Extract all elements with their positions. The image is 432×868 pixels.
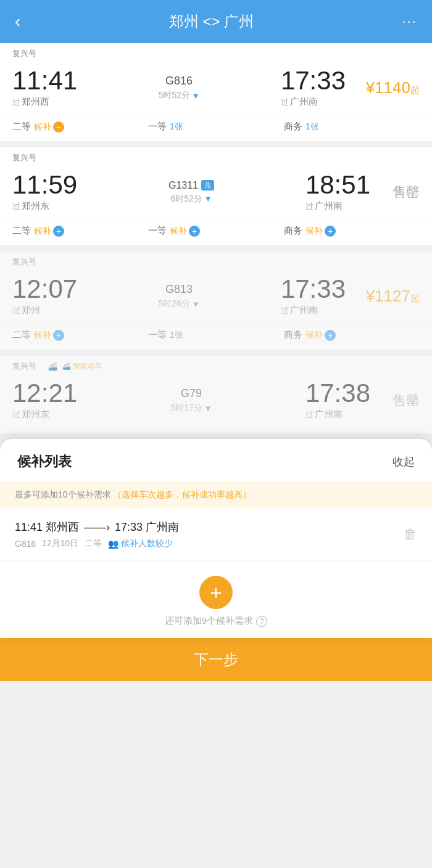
panel-collapse-button[interactable]: 收起 xyxy=(393,454,415,469)
train-list: 复兴号 11:41 过郑州西 G816 5时52分▼ 17:33 过广州南 ¥1… xyxy=(0,43,432,433)
train-tag-1: 复兴号 xyxy=(0,43,432,62)
class-first-2: 一等 候补+ xyxy=(148,225,284,237)
next-step-label: 下一步 xyxy=(194,650,238,669)
class-business-3: 商务 候补+ xyxy=(284,329,420,341)
dep-info-4: 12:21 过郑州东 xyxy=(12,380,77,420)
more-button[interactable]: ··· xyxy=(402,14,417,30)
page-title: 郑州 <> 广州 xyxy=(169,12,254,31)
arr-time-2: 18:51 xyxy=(305,172,370,198)
notice-text: 最多可添加10个候补需求 xyxy=(15,489,111,499)
train-card-4[interactable]: 复兴号 🚄 智能动车 12:21 过郑州东 G79 5时17分▼ 17:38 过… xyxy=(0,356,432,433)
waitlist-class-1: 二等 xyxy=(85,538,102,549)
ticket-avail-2: 二等 候补+ 一等 候补+ 商务 候补+ xyxy=(0,221,432,245)
few-people-label: 候补人数较少 xyxy=(108,538,173,549)
fuxing-label-4: 复兴号 xyxy=(12,361,36,372)
train-number-4: G79 xyxy=(181,387,202,400)
back-button[interactable]: ‹ xyxy=(15,12,20,31)
train-card-1[interactable]: 复兴号 11:41 过郑州西 G816 5时52分▼ 17:33 过广州南 ¥1… xyxy=(0,43,432,141)
train-center-4: G79 5时17分▼ xyxy=(77,387,305,414)
arr-time-4: 17:38 xyxy=(305,380,370,406)
waitlist-panel: 候补列表 收起 最多可添加10个候补需求 （选择车次越多，候补成功率越高） 11… xyxy=(0,439,432,638)
train-tag-3: 复兴号 xyxy=(0,252,432,270)
train-main-1: 11:41 过郑州西 G816 5时52分▼ 17:33 过广州南 ¥1140起 xyxy=(0,62,432,114)
notice-highlight: （选择车次越多，候补成功率越高） xyxy=(113,489,251,499)
train-duration-1: 5时52分▼ xyxy=(158,90,199,101)
train-price-1: ¥1140起 xyxy=(346,78,420,97)
waitlist-route-1: 11:41 郑州西 ——› 17:33 广州南 xyxy=(15,520,394,534)
train-main-4: 12:21 过郑州东 G79 5时17分▼ 17:38 过广州南 售罄 xyxy=(0,374,432,427)
train-tag-2: 复兴号 xyxy=(0,147,432,166)
train-duration-2: 6时52分▼ xyxy=(170,194,212,205)
dep-station-1: 过郑州西 xyxy=(12,96,49,108)
train-center-1: G816 5时52分▼ xyxy=(77,75,281,101)
train-main-2: 11:59 过郑州东 G1311 兑 6时52分▼ 18:51 过广州南 售罄 xyxy=(0,166,432,218)
delete-button-1[interactable]: 🗑 xyxy=(394,526,417,542)
arr-info-3: 17:33 过广州南 xyxy=(281,276,346,316)
arr-station-2: 过广州南 xyxy=(305,200,343,212)
train-tag-4: 复兴号 🚄 智能动车 xyxy=(0,356,432,374)
arr-info-1: 17:33 过广州南 xyxy=(281,68,346,108)
waitlist-meta-1: G816 12月10日 二等 候补人数较少 xyxy=(15,538,394,549)
ticket-avail-3: 二等 候补+ 一等 1张 商务 候补+ xyxy=(0,325,432,350)
add-section: + 还可添加9个候补需求 ? xyxy=(0,561,432,638)
train-center-3: G813 5时26分▼ xyxy=(77,283,281,309)
panel-title: 候补列表 xyxy=(17,452,72,471)
ticket-avail-1: 二等 候补− 一等 1张 商务 1张 xyxy=(0,117,432,141)
train-card-2[interactable]: 复兴号 11:59 过郑州东 G1311 兑 6时52分▼ 18:51 过广州南… xyxy=(0,147,432,245)
dep-info-2: 11:59 过郑州东 xyxy=(12,172,77,212)
dep-station-4: 过郑州东 xyxy=(12,409,49,420)
waitlist-arr-1: 17:33 广州南 xyxy=(115,520,179,534)
train-center-2: G1311 兑 6时52分▼ xyxy=(77,180,305,205)
arrow-right-icon: ——› xyxy=(84,521,110,534)
sold-out-4: 售罄 xyxy=(370,391,420,410)
dep-time-1: 11:41 xyxy=(12,68,77,94)
waitlist-item-1[interactable]: 11:41 郑州西 ——› 17:33 广州南 G816 12月10日 二等 候… xyxy=(0,509,432,561)
arr-station-4: 过广州南 xyxy=(305,409,343,420)
dep-station-3: 过郑州 xyxy=(12,305,40,316)
dep-station-2: 过郑州东 xyxy=(12,200,49,212)
arr-info-2: 18:51 过广州南 xyxy=(305,172,370,212)
add-hint-text: 还可添加9个候补需求 xyxy=(165,615,253,627)
train-duration-3: 5时26分▼ xyxy=(158,298,199,309)
train-number-1: G816 xyxy=(165,75,193,88)
arr-station-1: 过广州南 xyxy=(281,96,318,108)
class-business-2: 商务 候补+ xyxy=(284,225,420,237)
train-number-2: G1311 兑 xyxy=(168,180,214,191)
class-second-3: 二等 候补+ xyxy=(12,329,148,341)
arr-time-1: 17:33 xyxy=(281,68,346,94)
class-second-1: 二等 候补− xyxy=(12,121,148,133)
arr-station-3: 过广州南 xyxy=(281,305,318,316)
train-duration-4: 5时17分▼ xyxy=(170,403,212,414)
train-price-3: ¥1127起 xyxy=(346,287,420,306)
arr-info-4: 17:38 过广州南 xyxy=(305,380,370,420)
class-first-3: 一等 1张 xyxy=(148,329,284,341)
add-hint: 还可添加9个候补需求 ? xyxy=(165,615,267,627)
app-header: ‹ 郑州 <> 广州 ··· xyxy=(0,0,432,43)
train-number-3: G813 xyxy=(165,283,193,296)
sold-out-2: 售罄 xyxy=(370,183,420,202)
dep-info-1: 11:41 过郑州西 xyxy=(12,68,77,108)
dep-time-2: 11:59 xyxy=(12,172,77,198)
arr-time-3: 17:33 xyxy=(281,276,346,302)
dep-time-3: 12:07 xyxy=(12,276,77,302)
dep-time-4: 12:21 xyxy=(12,380,77,406)
add-waitlist-button[interactable]: + xyxy=(199,576,233,609)
waitlist-dep-1: 11:41 郑州西 xyxy=(15,520,79,534)
class-business-1: 商务 1张 xyxy=(284,121,420,133)
waitlist-date-1: 12月10日 xyxy=(42,538,78,549)
smart-train-tag: 🚄 智能动车 xyxy=(48,361,102,372)
panel-header: 候补列表 收起 xyxy=(0,439,432,481)
waitlist-item-info-1: 11:41 郑州西 ——› 17:33 广州南 G816 12月10日 二等 候… xyxy=(15,520,394,549)
class-second-2: 二等 候补+ xyxy=(12,225,148,237)
train-main-3: 12:07 过郑州 G813 5时26分▼ 17:33 过广州南 ¥1127起 xyxy=(0,270,432,322)
notice-bar: 最多可添加10个候补需求 （选择车次越多，候补成功率越高） xyxy=(0,481,432,509)
train-card-3[interactable]: 复兴号 12:07 过郑州 G813 5时26分▼ 17:33 过广州南 ¥11… xyxy=(0,252,432,350)
next-step-bar[interactable]: 下一步 xyxy=(0,638,432,681)
class-first-1: 一等 1张 xyxy=(148,121,284,133)
dep-info-3: 12:07 过郑州 xyxy=(12,276,77,316)
hint-info-icon: ? xyxy=(256,616,267,627)
waitlist-train-1: G816 xyxy=(15,539,36,549)
